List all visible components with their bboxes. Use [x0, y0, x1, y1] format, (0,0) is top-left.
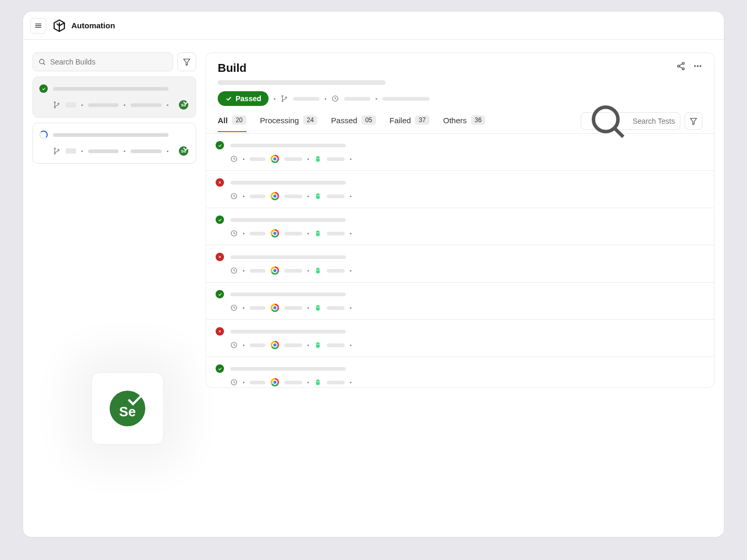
filter-icon [183, 58, 191, 66]
tab-label: Passed [331, 116, 357, 125]
selenium-promo-card: Se [91, 372, 164, 445]
test-row[interactable] [206, 171, 714, 208]
build-status-label: Passed [236, 94, 261, 103]
tab-all[interactable]: All20 [218, 110, 247, 132]
more-icon[interactable] [693, 61, 702, 71]
build-card-header [39, 131, 188, 139]
tab-label: Processing [260, 116, 299, 125]
svg-line-4 [44, 63, 45, 65]
share-icon[interactable] [676, 61, 686, 71]
builds-search[interactable] [33, 52, 173, 71]
search-icon [38, 58, 46, 66]
placeholder-line [230, 367, 346, 371]
placeholder-line [284, 269, 302, 273]
tab-failed[interactable]: Failed37 [390, 110, 430, 132]
logo: Automation [52, 19, 115, 33]
placeholder-line [250, 195, 265, 198]
placeholder-line [327, 306, 345, 310]
svg-line-16 [679, 67, 682, 68]
test-row[interactable] [206, 134, 714, 171]
branch-icon [53, 147, 60, 155]
build-detail-panel: Build Passed [206, 52, 714, 388]
clock-icon [230, 192, 238, 200]
tab-passed[interactable]: Passed05 [331, 110, 376, 132]
test-row[interactable] [206, 320, 714, 357]
clock-icon [230, 379, 238, 386]
status-running-icon [39, 131, 48, 139]
tests-search-input[interactable] [633, 117, 675, 125]
tab-count-badge: 05 [361, 115, 376, 125]
placeholder-line [230, 144, 346, 147]
test-row-meta [216, 266, 702, 275]
test-row[interactable] [206, 283, 714, 320]
separator-dot [167, 104, 168, 106]
builds-search-input[interactable] [50, 58, 167, 66]
status-passed-icon [216, 364, 224, 373]
svg-point-20 [282, 95, 283, 96]
placeholder-line [53, 133, 168, 137]
build-meta-row: Passed [218, 91, 702, 106]
test-row[interactable] [206, 245, 714, 283]
chrome-icon [271, 341, 279, 349]
separator-dot [350, 307, 351, 309]
test-row-header [216, 364, 702, 373]
tab-others[interactable]: Others36 [443, 110, 485, 132]
build-title: Build [218, 61, 386, 75]
tab-processing[interactable]: Processing24 [260, 110, 318, 132]
separator-dot [350, 233, 351, 234]
menu-toggle-button[interactable] [30, 18, 46, 34]
tests-filter-button[interactable] [685, 112, 702, 130]
logo-icon [52, 19, 66, 33]
android-icon [314, 192, 322, 200]
test-row-header [216, 327, 702, 336]
svg-marker-5 [184, 59, 190, 66]
placeholder-line [131, 149, 162, 153]
test-row-meta [216, 378, 702, 386]
build-card[interactable]: Se [33, 123, 196, 164]
tests-search[interactable] [581, 112, 680, 130]
clock-icon [332, 95, 339, 102]
tab-label: Others [443, 116, 467, 125]
separator-dot [243, 382, 244, 383]
svg-point-7 [54, 107, 55, 108]
separator-dot [243, 344, 244, 346]
app-window: Automation [23, 12, 724, 537]
build-card[interactable]: Se [33, 77, 196, 117]
placeholder-line [284, 306, 302, 310]
placeholder-line [88, 103, 119, 107]
placeholder-line [230, 181, 346, 185]
status-passed-icon [216, 141, 224, 149]
chrome-icon [271, 229, 279, 238]
placeholder-line [284, 381, 302, 384]
separator-dot [124, 104, 125, 106]
svg-point-11 [58, 149, 59, 150]
placeholder-line [88, 149, 119, 153]
sidebar: Se Se [33, 52, 196, 537]
separator-dot [307, 158, 309, 160]
topbar: Automation [23, 12, 724, 40]
test-row[interactable] [206, 357, 714, 387]
builds-filter-button[interactable] [177, 52, 196, 71]
clock-icon [230, 230, 238, 237]
separator-dot [307, 196, 309, 197]
placeholder-line [131, 103, 162, 107]
placeholder-line [327, 232, 345, 235]
status-passed-icon [39, 84, 48, 93]
svg-point-6 [54, 102, 55, 103]
chrome-icon [271, 192, 279, 200]
tabs-row: All20Processing24Passed05Failed37Others3… [206, 109, 714, 134]
separator-dot [243, 307, 244, 309]
separator-dot [307, 233, 309, 234]
test-row-meta [216, 229, 702, 238]
android-icon [314, 379, 322, 386]
separator-dot [325, 98, 326, 100]
svg-point-13 [678, 65, 680, 67]
placeholder-line [250, 343, 265, 347]
build-card-meta: Se [39, 100, 188, 110]
tabs-controls [581, 109, 702, 133]
svg-point-24 [593, 107, 618, 132]
app-title: Automation [71, 21, 115, 30]
test-row[interactable] [206, 208, 714, 245]
svg-point-9 [54, 148, 55, 149]
separator-dot [350, 382, 351, 383]
